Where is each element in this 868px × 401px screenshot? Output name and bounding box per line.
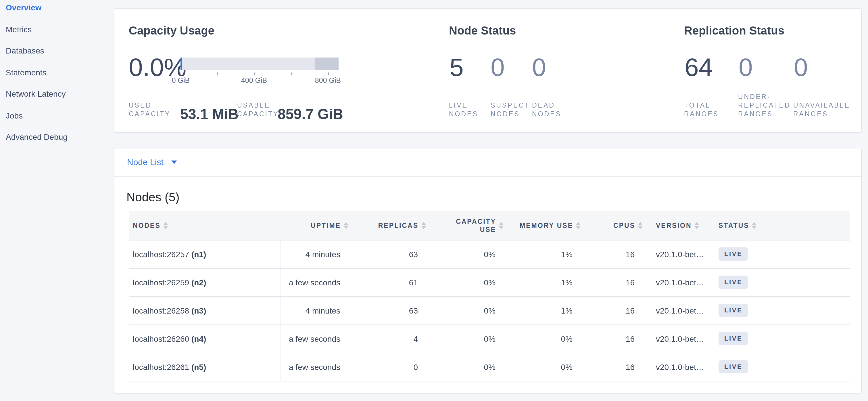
version-cell: v20.1.0-bet… [640, 268, 715, 296]
column-header-cpus[interactable]: CPUS [578, 211, 640, 240]
uptime-cell: 4 minutes [280, 240, 345, 268]
column-header-nodes[interactable]: NODES [129, 211, 280, 240]
cpus-cell: 16 [578, 296, 640, 324]
table-header-row: NODES UPTIME REPLICAS CAPACITY USE MEMOR… [129, 211, 850, 240]
replicas-cell: 61 [345, 268, 423, 296]
capacity-use-cell: 0% [423, 268, 501, 296]
under-replicated-ranges-label: UNDER- REPLICATED RANGES [738, 93, 791, 118]
capacity-usage-title: Capacity Usage [129, 24, 214, 37]
memory-use-cell: 1% [501, 296, 578, 324]
used-capacity-value: 53.1 MiB [180, 107, 239, 121]
column-header-capacity-use[interactable]: CAPACITY USE [423, 211, 501, 240]
axis-label-0gib: 0 GiB [172, 77, 190, 85]
node-id: (n5) [191, 362, 206, 371]
uptime-cell: a few seconds [280, 324, 345, 353]
column-header-replicas[interactable]: REPLICAS [345, 211, 423, 240]
version-cell: v20.1.0-bet… [640, 296, 715, 324]
capacity-use-cell: 0% [423, 240, 501, 268]
axis-label-400gib: 400 GiB [241, 77, 267, 85]
sort-icon [499, 222, 503, 229]
capacity-use-cell: 0% [423, 353, 501, 381]
sidebar-item-databases[interactable]: Databases [0, 43, 113, 65]
capacity-other-segment [315, 58, 339, 70]
unavailable-ranges-label: UNAVAILABLE RANGES [793, 101, 850, 118]
replicas-cell: 0 [345, 353, 423, 381]
node-id: (n2) [191, 278, 206, 287]
unavailable-ranges-count: 0 [794, 54, 808, 81]
replicas-cell: 63 [345, 240, 423, 268]
live-nodes-count: 5 [450, 54, 464, 81]
nodes-table: NODES UPTIME REPLICAS CAPACITY USE MEMOR… [129, 211, 850, 381]
memory-use-cell: 0% [501, 324, 578, 353]
cpus-cell: 16 [578, 324, 640, 353]
node-id: (n1) [191, 250, 206, 259]
node-address: localhost:26259 [133, 278, 189, 287]
version-cell: v20.1.0-bet… [640, 324, 715, 353]
node-status-title: Node Status [449, 24, 516, 37]
chevron-down-icon [172, 161, 177, 164]
sidebar-item-advanced-debug[interactable]: Advanced Debug [0, 130, 113, 151]
sidebar-item-overview[interactable]: Overview [0, 0, 113, 22]
uptime-cell: a few seconds [280, 353, 345, 381]
under-replicated-ranges-count: 0 [739, 54, 753, 81]
table-row[interactable]: localhost:26260 (n4) a few seconds 4 0% … [129, 324, 850, 353]
replicas-cell: 63 [345, 296, 423, 324]
column-header-version[interactable]: VERSION [640, 211, 715, 240]
cpus-cell: 16 [578, 240, 640, 268]
used-capacity-label: USED CAPACITY [129, 101, 170, 118]
sort-icon [752, 222, 757, 229]
status-badge: LIVE [718, 276, 748, 289]
table-row[interactable]: localhost:26259 (n2) a few seconds 61 0%… [129, 268, 850, 296]
column-header-memory-use[interactable]: MEMORY USE [501, 211, 578, 240]
memory-use-cell: 0% [501, 353, 578, 381]
node-id: (n3) [191, 306, 206, 315]
db-console-overview-page: Overview Metrics Databases Statements Ne… [0, 0, 868, 401]
node-list-card: Node List Nodes (5) NODES UPTIME [114, 148, 861, 394]
table-row[interactable]: localhost:26261 (n5) a few seconds 0 0% … [129, 353, 850, 381]
uptime-cell: a few seconds [280, 268, 345, 296]
memory-use-cell: 1% [501, 268, 578, 296]
suspect-nodes-label: SUSPECT NODES [491, 101, 530, 118]
uptime-cell: 4 minutes [280, 296, 345, 324]
capacity-axis-labels: 0 GiB 400 GiB 800 GiB [180, 77, 339, 85]
dead-nodes-label: DEAD NODES [532, 101, 561, 118]
sort-icon [421, 222, 426, 229]
cpus-cell: 16 [578, 268, 640, 296]
nodes-count-heading: Nodes (5) [126, 190, 179, 205]
sort-icon [638, 222, 643, 229]
sidebar-item-statements[interactable]: Statements [0, 65, 113, 86]
status-badge: LIVE [718, 332, 748, 345]
live-nodes-label: LIVE NODES [449, 101, 478, 118]
replication-status-title: Replication Status [684, 24, 784, 37]
status-badge: LIVE [718, 360, 748, 373]
table-row[interactable]: localhost:26257 (n1) 4 minutes 63 0% 1% … [129, 240, 850, 268]
capacity-used-marker [180, 58, 182, 70]
dead-nodes-count: 0 [532, 54, 546, 81]
memory-use-cell: 1% [501, 240, 578, 268]
status-badge: LIVE [718, 304, 748, 317]
node-address: localhost:26260 [133, 334, 189, 343]
usable-capacity-label: USABLE CAPACITY [237, 101, 279, 118]
sort-icon [163, 222, 168, 229]
sort-icon [576, 222, 581, 229]
table-row[interactable]: localhost:26258 (n3) 4 minutes 63 0% 1% … [129, 296, 850, 324]
usable-capacity-value: 859.7 GiB [278, 107, 343, 121]
capacity-use-cell: 0% [423, 296, 501, 324]
node-address: localhost:26261 [133, 362, 189, 371]
sort-icon [695, 222, 699, 229]
sidebar-item-jobs[interactable]: Jobs [0, 108, 113, 130]
node-list-dropdown[interactable]: Node List [114, 148, 861, 177]
sort-icon [344, 222, 348, 229]
status-badge: LIVE [718, 248, 748, 261]
cpus-cell: 16 [578, 353, 640, 381]
column-header-status[interactable]: STATUS [715, 211, 850, 240]
capacity-use-cell: 0% [423, 324, 501, 353]
column-header-uptime[interactable]: UPTIME [280, 211, 345, 240]
version-cell: v20.1.0-bet… [640, 240, 715, 268]
capacity-axis-ticks [180, 73, 339, 75]
axis-label-800gib: 800 GiB [315, 77, 341, 85]
node-address: localhost:26258 [133, 306, 189, 315]
sidebar-item-network-latency[interactable]: Network Latency [0, 86, 113, 108]
sidebar-item-metrics[interactable]: Metrics [0, 22, 113, 43]
sidebar: Overview Metrics Databases Statements Ne… [0, 0, 113, 401]
